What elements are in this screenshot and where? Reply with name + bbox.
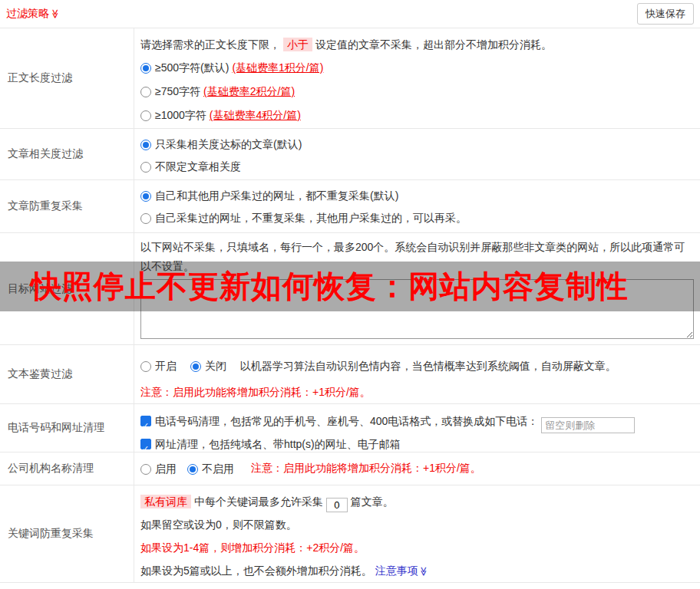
intro-text-after: 设定值的文章不采集，超出部分不增加积分消耗。 [315,38,552,51]
highlight-chip-lessthan: 小于 [283,38,312,51]
radio-option-relevant-only[interactable]: 只采集相关度达标的文章(默认) [140,133,694,156]
option-label: 电话号码清理，包括常见的手机号、座机号、400电话格式，或替换成如下电话： [155,415,538,427]
row-label-phone-url-clean: 电话号码和网址清理 [0,404,134,452]
radio-icon[interactable] [140,140,151,150]
relevance-filter-content: 只采集相关度达标的文章(默认) 不限定文章相关度 [134,129,700,179]
keyword-dedup-line1: 私有词库中每个关键词最多允许采集 篇文章。 [140,490,694,513]
row-dedup-filter: 文章防重复采集 自己和其他用户采集过的网址，都不重复采集(默认) 自己采集过的网… [0,180,700,233]
radio-option-500[interactable]: ≥500字符(默认)(基础费率1积分/篇) [140,56,694,80]
row-length-filter: 正文长度过滤 请选择需求的正文长度下限，小于设定值的文章不采集，超出部分不增加积… [0,28,700,129]
site-blacklist-help: 以下网站不采集，只填域名，每行一个，最多200个。系统会自动识别并屏蔽那些非文章… [140,238,694,276]
porn-filter-cost-note: 注意：启用此功能将增加积分消耗：+1积分/篇。 [140,386,694,400]
row-label-dedup-filter: 文章防重复采集 [0,180,134,232]
company-clean-content: 启用 不启用 注意：启用此功能将增加积分消耗：+1积分/篇。 [134,452,700,485]
option-label: 不启用 [202,462,234,475]
row-label-relevance-filter: 文章相关度过滤 [0,129,134,179]
radio-option-dedup-all[interactable]: 自己和其他用户采集过的网址，都不重复采集(默认) [140,185,694,207]
radio-option-company-on[interactable]: 启用 [140,457,177,481]
row-label-keyword-dedup: 关键词防重复采集 [0,485,134,582]
header-bar: 过滤策略≫ 快速保存 [0,0,700,28]
row-company-clean: 公司机构名称清理 启用 不启用 注意：启用此功能将增加积分消耗：+1积分/篇。 [0,452,700,485]
notice-link-text: 注意事项 [375,564,418,577]
radio-icon[interactable] [187,464,198,475]
checkbox-icon[interactable] [140,439,151,449]
chevron-down-icon: ≫ [412,567,435,577]
row-phone-url-clean: 电话号码和网址清理 电话号码清理，包括常见的手机号、座机号、400电话格式，或替… [0,404,700,452]
row-label-porn-filter: 文本鉴黄过滤 [0,345,134,403]
keyword-dedup-line2: 如果留空或设为0，则不限篇数。 [140,513,694,536]
radio-icon[interactable] [140,191,151,202]
notice-link[interactable]: 注意事项≫ [375,564,429,577]
length-filter-content: 请选择需求的正文长度下限，小于设定值的文章不采集，超出部分不增加积分消耗。 ≥5… [134,28,700,128]
porn-filter-desc: 以机器学习算法自动识别色情内容，当色情概率达到系统阈值，自动屏蔽文章。 [240,360,616,372]
option-label: 开启 [155,360,177,372]
keyword-dedup-content: 私有词库中每个关键词最多允许采集 篇文章。 如果留空或设为0，则不限篇数。 如果… [134,485,700,582]
option-label: 启用 [155,462,177,475]
radio-icon[interactable] [140,110,151,121]
line1-text: 中每个关键词最多允许采集 [194,495,323,508]
site-blacklist-content: 以下网站不采集，只填域名，每行一个，最多200个。系统会自动识别并屏蔽那些非文章… [134,233,700,344]
radio-icon[interactable] [140,162,151,173]
checkbox-icon[interactable] [140,416,151,426]
option-label: 自己采集过的网址，不重复采集，其他用户采集过的，可以再采。 [155,212,467,224]
fee-note: (基础费率4积分/篇) [210,109,301,121]
option-label: 关闭 [205,360,226,372]
row-site-blacklist: 目标网站过滤 以下网站不采集，只填域名，每行一个，最多200个。系统会自动识别并… [0,233,700,345]
option-label: 不限定文章相关度 [155,160,241,173]
radio-option-1000[interactable]: ≥1000字符(基础费率4积分/篇) [140,104,694,127]
option-label: 只采集相关度达标的文章(默认) [155,138,302,150]
page-title-text: 过滤策略 [6,7,49,19]
fee-note: (基础费率2积分/篇) [203,85,295,97]
keyword-count-input[interactable] [326,498,348,512]
keyword-dedup-line4: 如果设为5篇或以上，也不会额外增加积分消耗。 注意事项≫ [140,559,694,583]
radio-option-dedup-self[interactable]: 自己采集过的网址，不重复采集，其他用户采集过的，可以再采。 [140,207,694,229]
porn-filter-content: 开启 关闭 以机器学习算法自动识别色情内容，当色情概率达到系统阈值，自动屏蔽文章… [134,345,700,403]
dedup-filter-content: 自己和其他用户采集过的网址，都不重复采集(默认) 自己采集过的网址，不重复采集，… [134,180,700,232]
row-porn-filter: 文本鉴黄过滤 开启 关闭 以机器学习算法自动识别色情内容，当色情概率达到系统阈值… [0,345,700,404]
option-label: ≥750字符 [155,85,200,97]
option-label: 网址清理，包括纯域名、带http(s)的网址、电子邮箱 [155,438,401,450]
site-blacklist-textarea[interactable] [140,279,694,339]
line1-text-after: 篇文章。 [351,495,394,508]
intro-text-before: 请选择需求的正文长度下限， [140,38,280,51]
row-relevance-filter: 文章相关度过滤 只采集相关度达标的文章(默认) 不限定文章相关度 [0,129,700,180]
radio-icon[interactable] [140,63,151,74]
phone-replace-input[interactable] [541,417,635,433]
line4-text: 如果设为5篇或以上，也不会额外增加积分消耗。 [140,564,372,577]
radio-icon[interactable] [190,361,201,372]
quick-save-button[interactable]: 快速保存 [637,3,694,25]
option-label: ≥500字符(默认) [155,61,229,74]
radio-option-750[interactable]: ≥750字符(基础费率2积分/篇) [140,80,694,104]
keyword-dedup-cost-note: 如果设为1-4篇，则增加积分消耗：+2积分/篇。 [140,536,694,559]
length-filter-options: ≥500字符(默认)(基础费率1积分/篇) ≥750字符(基础费率2积分/篇) … [140,56,694,127]
checkbox-option-phone-clean[interactable]: 电话号码清理，包括常见的手机号、座机号、400电话格式，或替换成如下电话： [140,410,694,433]
porn-filter-options: 开启 关闭 以机器学习算法自动识别色情内容，当色情概率达到系统阈值，自动屏蔽文章… [140,354,694,378]
radio-icon[interactable] [140,87,151,97]
radio-option-porn-on[interactable]: 开启 [140,360,180,372]
company-clean-cost-note: 注意：启用此功能将增加积分消耗：+1积分/篇。 [251,462,481,475]
page-title[interactable]: 过滤策略≫ [6,7,61,21]
option-label: ≥1000字符 [155,109,206,121]
option-label: 自己和其他用户采集过的网址，都不重复采集(默认) [155,189,398,202]
row-keyword-dedup: 关键词防重复采集 私有词库中每个关键词最多允许采集 篇文章。 如果留空或设为0，… [0,485,700,583]
radio-option-company-off[interactable]: 不启用 [187,457,234,481]
length-filter-intro: 请选择需求的正文长度下限，小于设定值的文章不采集，超出部分不增加积分消耗。 [140,28,694,53]
radio-icon[interactable] [140,213,151,224]
private-lexicon-chip: 私有词库 [140,495,191,508]
row-label-company-clean: 公司机构名称清理 [0,452,134,485]
row-label-site-blacklist: 目标网站过滤 [0,233,134,344]
phone-url-clean-content: 电话号码清理，包括常见的手机号、座机号、400电话格式，或替换成如下电话： 网址… [134,404,700,452]
chevron-down-icon: ≫ [50,9,61,19]
radio-option-no-limit[interactable]: 不限定文章相关度 [140,156,694,178]
radio-icon[interactable] [140,361,151,372]
radio-option-porn-off[interactable]: 关闭 [190,360,229,372]
fee-note: (基础费率1积分/篇) [232,61,323,74]
row-label-length-filter: 正文长度过滤 [0,28,134,128]
filter-strategy-page: 过滤策略≫ 快速保存 正文长度过滤 请选择需求的正文长度下限，小于设定值的文章不… [0,0,700,589]
radio-icon[interactable] [140,464,151,475]
